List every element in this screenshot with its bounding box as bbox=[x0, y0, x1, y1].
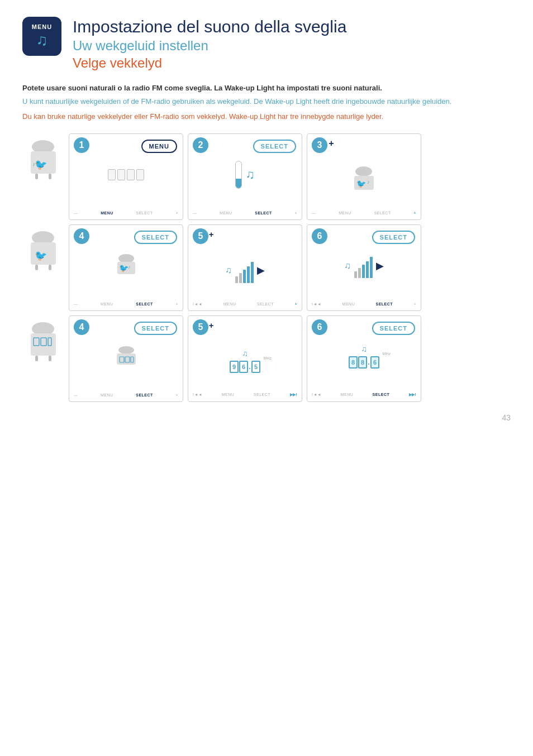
bar-1 bbox=[354, 271, 357, 278]
step-number-2: 2 bbox=[193, 137, 208, 153]
bar-4 bbox=[366, 261, 369, 278]
svg-point-6 bbox=[355, 166, 372, 176]
mhz-label-6b: MHz bbox=[383, 352, 391, 356]
ctrl-seek-6b: I◄◄ bbox=[312, 393, 321, 396]
svg-rect-14 bbox=[49, 265, 51, 270]
ctrl-select-5: SELECT bbox=[257, 302, 274, 306]
ctrl-select-6b: SELECT bbox=[373, 393, 390, 396]
step-number-1: 1 bbox=[74, 137, 89, 153]
lcd-seg-2 bbox=[117, 169, 125, 180]
freq-dot-6b: . bbox=[368, 356, 370, 369]
step-box-2: 2 SELECT ♫ — MENU SELECT bbox=[188, 133, 302, 220]
ctrl-select-1: SELECT bbox=[136, 211, 153, 215]
step-action-select-4b: SELECT bbox=[134, 322, 177, 335]
step-number-5: 5 bbox=[193, 228, 208, 244]
ctrl-seek-5: I◄◄ bbox=[193, 302, 202, 306]
ctrl-plus-2: + bbox=[294, 211, 297, 215]
ctrl-menu-3: MENU bbox=[339, 211, 351, 215]
freq-confirmed-8: 8 bbox=[349, 356, 358, 369]
step-box-3: 3 – / + 🐦 ♪ — MENU SELECT + bbox=[307, 133, 421, 220]
title-norwegian: Velge vekkelyd bbox=[73, 54, 346, 71]
play-next-icon-6: ▶ bbox=[376, 260, 384, 272]
svg-rect-3 bbox=[35, 174, 38, 179]
page-number: 43 bbox=[22, 402, 511, 422]
sound-icon-6b: ♫ bbox=[361, 344, 367, 353]
step-action-select-4: SELECT bbox=[134, 231, 177, 244]
ctrl-minus-2: — bbox=[193, 211, 197, 215]
ctrl-plus-final-5: + bbox=[294, 302, 297, 306]
steps-row-1: ♪ 🐦 1 MENU bbox=[22, 133, 511, 220]
ctrl-minus-1: — bbox=[74, 211, 78, 215]
step-number-6: 6 bbox=[312, 228, 327, 244]
step-box-4b: 4 SELECT — MENU SELECT bbox=[69, 315, 183, 402]
svg-text:🐦: 🐦 bbox=[35, 250, 47, 262]
bar-2 bbox=[358, 268, 361, 278]
device-icon-row2: 🐦 bbox=[28, 230, 59, 272]
title-italian: Impostazione del suono della sveglia bbox=[73, 17, 346, 37]
bar-3 bbox=[362, 265, 365, 278]
svg-rect-4 bbox=[49, 174, 51, 179]
confirm-bars bbox=[354, 253, 373, 278]
menu-icon-box: MENU ♫ bbox=[22, 17, 61, 56]
row3-icon-col bbox=[22, 315, 64, 363]
step-box-4: 4 SELECT 🐦 ♪ — MENU SELECT + bbox=[69, 224, 183, 311]
svg-text:♪: ♪ bbox=[128, 265, 130, 270]
freq-dot: . bbox=[249, 361, 251, 373]
sound-icon-5: ♫ bbox=[225, 265, 232, 275]
ctrl-menu-4b: MENU bbox=[101, 393, 113, 397]
progress-fill bbox=[236, 179, 241, 188]
vol-bar-5 bbox=[251, 262, 254, 283]
svg-text:♪: ♪ bbox=[367, 179, 370, 185]
row1-icon-col: ♪ 🐦 bbox=[22, 133, 64, 181]
ctrl-minus-4: — bbox=[74, 302, 78, 306]
ctrl-minus-3: — bbox=[312, 211, 316, 215]
step-number-4b: 4 bbox=[74, 319, 89, 335]
ctrl-plus-3: + bbox=[413, 211, 416, 215]
ctrl-menu-6: MENU bbox=[342, 302, 355, 306]
row2-icon-col: 🐦 bbox=[22, 224, 64, 272]
ctrl-select-5b: SELECT bbox=[254, 393, 270, 396]
vol-bar-4 bbox=[247, 266, 250, 283]
step-number-4: 4 bbox=[74, 228, 89, 244]
desc-dutch: U kunt natuurlijke wekgeluiden of de FM-… bbox=[22, 96, 511, 107]
freq-confirmed-6: 6 bbox=[370, 356, 379, 369]
freq-digit-5: 5 bbox=[251, 361, 260, 373]
page-header: MENU ♫ Impostazione del suono della sveg… bbox=[22, 17, 511, 71]
volume-bars bbox=[235, 258, 254, 283]
title-block: Impostazione del suono della sveglia Uw … bbox=[73, 17, 346, 71]
ctrl-seek-5b: I◄◄ bbox=[193, 393, 202, 396]
step-action-menu: MENU bbox=[141, 140, 177, 153]
ctrl-minus-4b: — bbox=[74, 393, 78, 397]
step-box-6: 6 SELECT ♫ ▶ I◄◄ bbox=[307, 224, 421, 311]
step-box-6b: 6 SELECT ♫ 8 8 . 6 MHz I◄◄ MENU bbox=[307, 315, 421, 402]
svg-rect-20 bbox=[31, 333, 56, 356]
ctrl-menu-5: MENU bbox=[223, 302, 236, 306]
menu-progress-bar bbox=[235, 161, 242, 189]
svg-text:🐦: 🐦 bbox=[35, 159, 47, 171]
desc-italian: Potete usare suoni naturali o la radio F… bbox=[22, 83, 511, 94]
step-box-1: 1 MENU — MENU SELECT + bbox=[69, 133, 183, 220]
device-step3: 🐦 ♪ bbox=[351, 166, 377, 194]
ctrl-select-6: SELECT bbox=[376, 302, 393, 306]
lcd-seg-3 bbox=[127, 169, 135, 180]
sound-wave-icon: ♫ bbox=[36, 31, 48, 49]
ctrl-select-3: SELECT bbox=[374, 211, 391, 215]
svg-rect-25 bbox=[49, 356, 51, 361]
ctrl-menu-2: MENU bbox=[220, 211, 232, 215]
step-number-3: 3 bbox=[312, 137, 327, 153]
step-action-select-2: SELECT bbox=[253, 140, 296, 153]
ctrl-menu-5b: MENU bbox=[222, 393, 235, 396]
step-box-5: 5 – / + ♫ ▶ bbox=[188, 224, 302, 311]
freq-digit-6: 6 bbox=[239, 361, 248, 373]
lcd-seg-1 bbox=[108, 169, 116, 180]
ctrl-menu-4: MENU bbox=[101, 302, 113, 306]
freq-display-5b: 9 6 . 5 MHz bbox=[230, 361, 260, 373]
ctrl-plus-4b: + bbox=[175, 393, 178, 397]
svg-rect-24 bbox=[35, 356, 38, 361]
freq-digit-9: 9 bbox=[230, 361, 239, 373]
mhz-label: MHz bbox=[264, 356, 272, 360]
bar-5 bbox=[370, 257, 373, 278]
fm-device-4b bbox=[115, 345, 138, 369]
ctrl-fwd-5b: ▶▶I bbox=[290, 393, 297, 397]
ctrl-menu-6b: MENU bbox=[341, 393, 354, 396]
